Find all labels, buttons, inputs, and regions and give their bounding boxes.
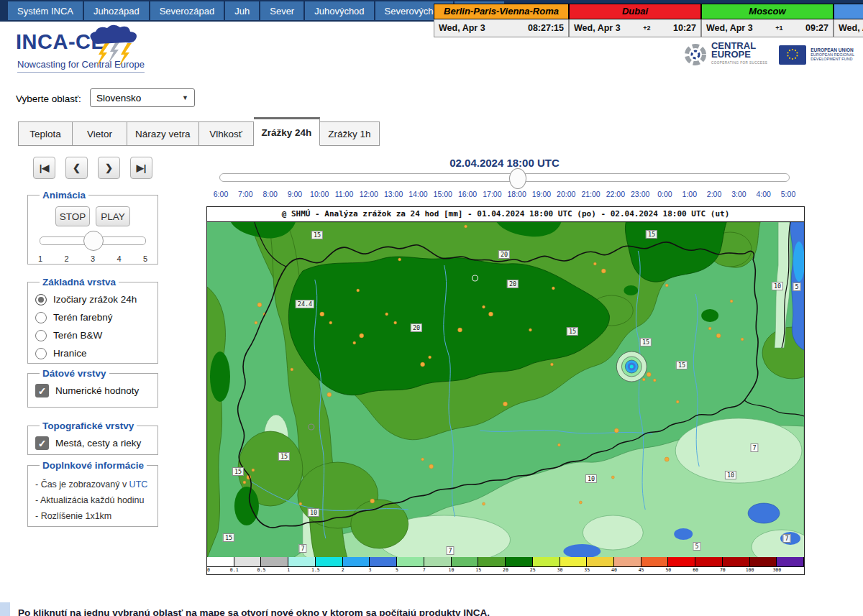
world-clocks-widget: Berlin-Paris-Vienna-RomaWed, Apr 308:27:… <box>434 4 863 38</box>
region-select-dropdown[interactable]: Slovensko ▼ <box>90 88 195 107</box>
color-scale-value: 60 <box>693 567 698 573</box>
region-select-label: Vyberte oblasť: <box>16 93 81 104</box>
tab-n-razy-vetra[interactable]: Nárazy vetra <box>127 121 199 146</box>
checkbox-option-row[interactable]: ✓Numerické hodnoty <box>35 382 150 400</box>
previous-frame-button[interactable]: ❮ <box>65 157 88 179</box>
clock-Dubai: DubaiWed, Apr 3+210:27 <box>569 4 701 38</box>
timeline-current-time: 02.04.2024 18:00 UTC <box>219 157 790 169</box>
town-marker <box>329 321 332 324</box>
timeline-tick-0-00: 0:00 <box>657 190 672 198</box>
town-marker <box>255 321 257 324</box>
clock-time-row: Wed, Apr 3+109:27 <box>701 19 834 37</box>
speed-slider-handle[interactable] <box>83 231 104 251</box>
timeline-tick-18-00: 18:00 <box>508 190 526 198</box>
precipitation-contour-map <box>207 222 804 558</box>
radio-button[interactable] <box>35 330 47 341</box>
footer-note: Po kliknutí na jednu vybranú oblasť na m… <box>18 607 490 616</box>
nav-item-severoz-pad[interactable]: Severozápad <box>150 1 224 20</box>
color-scale-value: 3 <box>368 567 371 573</box>
town-marker <box>394 321 397 324</box>
town-marker <box>421 458 424 461</box>
town-marker <box>601 269 606 273</box>
timeline-tick-9-00: 9:00 <box>288 190 302 198</box>
tab-teplota[interactable]: Teplota <box>18 121 73 146</box>
clock-city-label: Moscow <box>701 4 834 19</box>
utc-link[interactable]: UTC <box>129 479 148 489</box>
timeline-tick-14-00: 14:00 <box>408 190 427 198</box>
checkbox[interactable]: ✓ <box>35 384 49 397</box>
tab-vlhkos-[interactable]: Vlhkosť <box>199 121 254 146</box>
town-marker <box>308 508 311 511</box>
tab-vietor[interactable]: Vietor <box>73 121 127 146</box>
color-scale-value: 0.1 <box>230 567 239 573</box>
radio-option-row[interactable]: Hranice <box>35 344 150 362</box>
color-scale-value: 0.5 <box>257 567 266 573</box>
timeline-slider-track[interactable] <box>219 173 790 182</box>
clock-time: 08:27:15 <box>528 23 564 33</box>
clock-col-4: Wed, Apr 3 <box>834 4 863 38</box>
clock-time: 09:27 <box>805 23 828 33</box>
stop-button[interactable]: STOP <box>55 206 90 226</box>
color-swatch <box>343 557 370 566</box>
nav-item-juh[interactable]: Juh <box>225 1 259 20</box>
color-swatch <box>452 557 479 566</box>
timeline-tick-16-00: 16:00 <box>458 190 477 198</box>
last-frame-button[interactable]: ▶| <box>130 157 152 179</box>
checkbox[interactable]: ✓ <box>35 436 49 450</box>
speed-scale-value: 5 <box>143 254 147 263</box>
timeline-slider-handle[interactable] <box>509 168 526 189</box>
radio-option-row[interactable]: Terén farebný <box>35 308 150 326</box>
radio-button[interactable] <box>35 312 47 323</box>
nav-item-sever[interactable]: Sever <box>260 1 303 20</box>
speed-slider-track[interactable] <box>40 236 146 245</box>
checkbox-option-label: Numerické hodnoty <box>55 385 139 396</box>
town-marker <box>429 356 432 359</box>
clock-time-row: Wed, Apr 3 <box>834 19 863 37</box>
central-europe-swirl-icon <box>683 42 708 67</box>
clock-date: Wed, Apr 3 <box>839 23 863 33</box>
color-swatch <box>234 557 262 566</box>
clock-utc-offset: +2 <box>643 24 650 32</box>
tab-zr-ky-24h[interactable]: Zrážky 24h <box>254 117 321 146</box>
nav-item-syst-m-inca[interactable]: Systém INCA <box>8 1 83 20</box>
town-marker <box>550 363 553 366</box>
tab-zr-ky-1h[interactable]: Zrážky 1h <box>320 121 379 146</box>
checkbox-option-row[interactable]: ✓Mestá, cesty a rieky <box>35 434 150 452</box>
first-frame-button[interactable]: |◀ <box>33 157 55 179</box>
radio-option-row[interactable]: Terén B&W <box>35 326 150 344</box>
radio-button[interactable] <box>35 294 47 305</box>
color-swatch <box>587 557 614 566</box>
town-marker <box>385 313 388 316</box>
base-layer-legend: Základná vrstva <box>40 277 119 288</box>
timeline-tick-1-00: 1:00 <box>682 190 697 198</box>
town-marker <box>647 372 651 377</box>
clock-time: 10:27 <box>673 23 696 33</box>
clock-Moscow: MoscowWed, Apr 3+109:27 <box>701 4 834 38</box>
timeline-tick-7-00: 7:00 <box>238 190 252 198</box>
color-scale-value: 45 <box>639 567 644 573</box>
color-scale-value: 10 <box>449 567 455 573</box>
color-swatch <box>424 557 452 566</box>
precipitation-map[interactable]: @ SHMÚ - Analýza zrážok za 24 hod [mm] -… <box>206 206 805 575</box>
timeline-tick-3-00: 3:00 <box>731 190 746 198</box>
timeline-tick-17-00: 17:00 <box>483 190 501 198</box>
eu-flag-icon <box>779 45 806 65</box>
clock-date: Wed, Apr 3 <box>439 23 485 33</box>
precip-color-scale: 00.10.511.523571015202530354045506070100… <box>207 557 804 574</box>
next-frame-button[interactable]: ❯ <box>98 157 120 179</box>
radio-button[interactable] <box>35 348 47 359</box>
town-marker <box>370 499 375 503</box>
play-button[interactable]: PLAY <box>96 206 130 226</box>
radio-option-row[interactable]: Izočiary zrážok 24h <box>35 290 150 308</box>
animation-panel: Animácia STOP PLAY 12345 <box>27 190 158 265</box>
ce-logo-line2: EUROPE <box>711 50 767 59</box>
town-marker <box>421 362 425 367</box>
color-swatch <box>668 557 695 566</box>
town-marker <box>357 289 360 292</box>
color-swatch <box>614 557 641 566</box>
nav-item-juhov-chod[interactable]: Juhovýchod <box>305 1 373 20</box>
timeline-tick-23-00: 23:00 <box>631 190 649 198</box>
nav-item-juhoz-pad[interactable]: Juhozápad <box>84 1 149 20</box>
town-marker <box>614 428 618 433</box>
town-marker <box>579 501 582 504</box>
